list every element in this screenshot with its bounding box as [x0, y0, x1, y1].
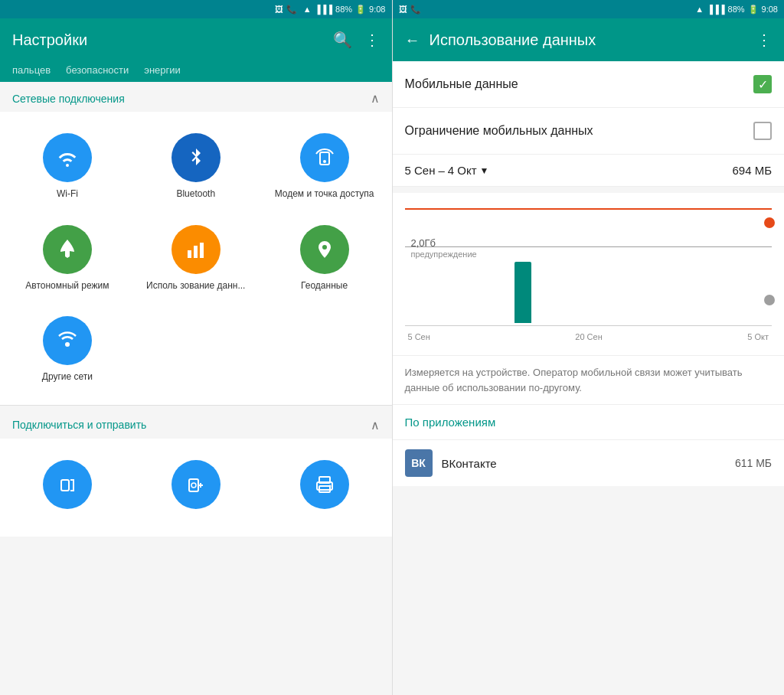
- grid-item-airplane[interactable]: Автономный режим: [6, 216, 129, 302]
- right-status-bar: 🖼 📞 ▲ ▐▐▐ 88% 🔋 9:08: [393, 0, 785, 18]
- x-label-2: 20 Сен: [575, 332, 602, 341]
- mobile-data-checkbox[interactable]: ✓: [753, 75, 772, 93]
- chart-warn-label: предупреждение: [411, 250, 477, 259]
- vk-letter: ВК: [411, 457, 426, 469]
- date-selector[interactable]: 5 Сен – 4 Окт ▼: [405, 164, 489, 177]
- grid-item-bluetooth[interactable]: Bluetooth: [135, 124, 257, 210]
- location-icon: [312, 237, 338, 263]
- grid-item-othernets[interactable]: Другие сети: [6, 307, 129, 393]
- left-time: 9:08: [369, 5, 385, 14]
- back-button[interactable]: ←: [405, 31, 420, 49]
- other-networks-grid: Другие сети: [6, 307, 386, 393]
- grid-item-geodata[interactable]: Геоданные: [263, 216, 386, 302]
- svg-point-5: [65, 342, 70, 347]
- right-top-bar: ← Использование данных ⋮: [393, 18, 785, 61]
- network-grid: Wi-Fi Bluetooth: [6, 124, 386, 301]
- right-more-menu-button[interactable]: ⋮: [756, 31, 772, 49]
- tab-energy[interactable]: энергии: [144, 64, 181, 76]
- airplane-circle: [43, 225, 92, 274]
- svg-rect-3: [194, 246, 198, 258]
- chart-container: 2,0Гб предупреждение 5 Сен 20 Сен 5 Окт: [393, 193, 785, 356]
- left-status-bar: 🖼 📞 ▲ ▐▐▐ 88% 🔋 9:08: [0, 0, 392, 18]
- datausage-label: Исполь зование данн...: [146, 280, 245, 292]
- svg-rect-4: [200, 243, 204, 258]
- mobile-data-limit-row[interactable]: Ограничение мобильных данных: [393, 108, 785, 155]
- vk-app-name: ВКонтакте: [442, 457, 726, 470]
- airplane-label: Автономный режим: [25, 280, 109, 292]
- x-label-3: 5 Окт: [747, 332, 769, 341]
- x-label-1: 5 Сен: [408, 332, 430, 341]
- date-range-row: 5 Сен – 4 Окт ▼ 694 МБ: [393, 155, 785, 187]
- svg-rect-7: [189, 479, 198, 491]
- airplane-icon: [54, 237, 80, 263]
- chart-orange-dot: [764, 217, 775, 228]
- right-title: Использование данных: [430, 31, 757, 49]
- network-section-title: Сетевые подключения: [12, 93, 125, 105]
- right-scroll-area: Мобильные данные ✓ Ограничение мобильных…: [393, 61, 785, 695]
- by-apps-link[interactable]: По приложениям: [393, 405, 785, 440]
- left-panel: 🖼 📞 ▲ ▐▐▐ 88% 🔋 9:08 Настройки 🔍 ⋮ пальц…: [0, 0, 393, 695]
- hotspot-icon: [312, 145, 338, 171]
- left-top-tabs: пальцев безопасности энергии: [0, 61, 392, 82]
- right-panel: 🖼 📞 ▲ ▐▐▐ 88% 🔋 9:08 ← Использование дан…: [393, 0, 785, 695]
- right-wifi-icon: ▲: [695, 5, 704, 14]
- right-status-icons: 🖼 📞 ▲ ▐▐▐ 88% 🔋 9:08: [399, 5, 779, 15]
- print-circle: [300, 460, 349, 509]
- chart-bar-1: [514, 262, 531, 323]
- mobile-data-limit-checkbox[interactable]: [753, 122, 772, 140]
- right-battery-text: 88%: [728, 5, 745, 14]
- app-row-vk[interactable]: ВК ВКонтакте 611 МБ: [393, 440, 785, 486]
- svg-rect-6: [61, 480, 69, 491]
- wifi-label: Wi-Fi: [57, 188, 78, 201]
- connect-chevron-icon: ∧: [371, 418, 380, 432]
- search-button[interactable]: 🔍: [333, 31, 352, 49]
- left-divider-1: [0, 405, 392, 406]
- barchart-icon: [183, 237, 209, 263]
- svg-point-1: [323, 160, 326, 163]
- tab-fingers[interactable]: пальцев: [12, 64, 51, 76]
- info-text: Измеряется на устройстве. Оператор мобил…: [393, 356, 785, 405]
- bluetooth-icon: [184, 145, 208, 170]
- svg-point-8: [191, 483, 196, 488]
- mobile-data-row[interactable]: Мобильные данные ✓: [393, 61, 785, 108]
- left-title: Настройки: [12, 31, 333, 49]
- grid-item-wifi[interactable]: Wi-Fi: [6, 124, 129, 210]
- mobile-data-limit-label: Ограничение мобильных данных: [405, 124, 593, 138]
- network-chevron-icon: ∧: [371, 91, 380, 106]
- bluetooth-circle: [172, 133, 220, 182]
- geodata-label: Геоданные: [301, 280, 348, 292]
- battery-icon: 🔋: [355, 5, 366, 15]
- hotspot-label: Модем и точка доступа: [275, 188, 374, 201]
- grid-item-datausage[interactable]: Исполь зование данн...: [135, 216, 257, 302]
- datausage-circle: [172, 225, 220, 274]
- right-time: 9:08: [762, 5, 778, 14]
- tab-security[interactable]: безопасности: [66, 64, 129, 76]
- left-top-bar: Настройки 🔍 ⋮: [0, 18, 392, 61]
- date-to: 4 Окт: [448, 164, 477, 177]
- network-section-header: Сетевые подключения ∧: [0, 82, 392, 112]
- vk-app-size: 611 МБ: [735, 457, 772, 469]
- grid-item-hotspot[interactable]: Модем и точка доступа: [263, 124, 386, 210]
- right-phone-icon: 📞: [410, 5, 421, 15]
- grid-item-scan[interactable]: [135, 451, 257, 524]
- battery-text: 88%: [335, 5, 352, 14]
- grid-item-print[interactable]: [263, 451, 386, 524]
- left-status-icons: 🖼 📞 ▲ ▐▐▐ 88% 🔋 9:08: [275, 5, 386, 15]
- data-amount: 694 МБ: [732, 164, 772, 177]
- chart-wrapper: 2,0Гб предупреждение 5 Сен 20 Сен 5 Окт: [405, 193, 773, 346]
- more-menu-button[interactable]: ⋮: [364, 31, 380, 49]
- signal-icon: ▐▐▐: [315, 5, 332, 14]
- grid-item-nfc[interactable]: [6, 451, 129, 524]
- wifi-icon: [54, 144, 81, 171]
- connect-section-header: Подключиться и отправить ∧: [0, 409, 392, 439]
- right-battery-icon: 🔋: [748, 5, 759, 15]
- info-text-content: Измеряется на устройстве. Оператор мобил…: [405, 367, 743, 393]
- hotspot-circle: [300, 133, 349, 182]
- chart-x-labels: 5 Сен 20 Сен 5 Окт: [405, 332, 773, 341]
- by-apps-label: По приложениям: [405, 416, 496, 429]
- svg-rect-2: [188, 250, 191, 258]
- right-photo-icon: 🖼: [399, 5, 407, 14]
- chart-orange-line: [405, 208, 773, 210]
- date-from: 5 Сен: [405, 164, 436, 177]
- date-dropdown-icon: ▼: [480, 165, 489, 176]
